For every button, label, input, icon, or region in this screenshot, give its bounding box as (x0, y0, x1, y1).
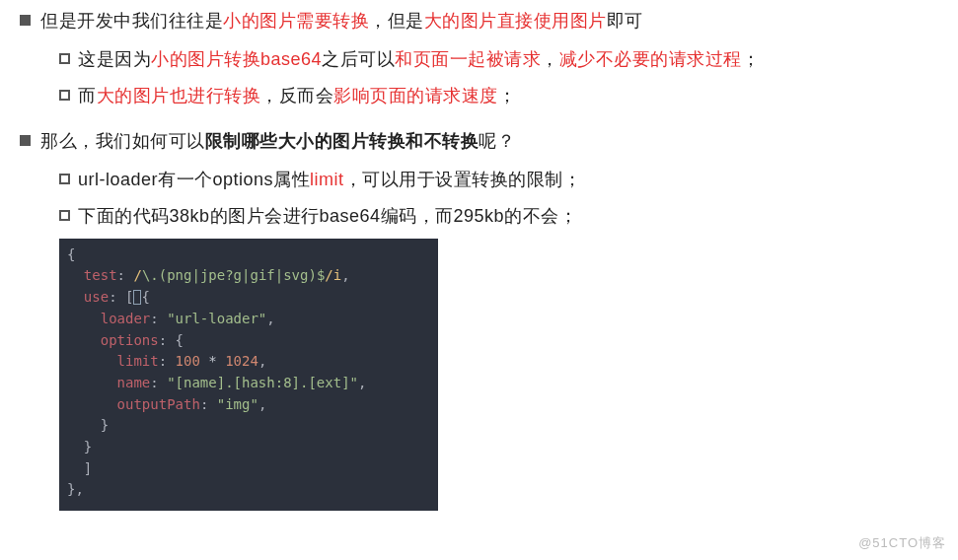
bullet-dev-convert: 但是开发中我们往往是小的图片需要转换，但是大的图片直接使用图片即可 (20, 7, 958, 35)
t: ； (742, 49, 761, 69)
key-test: test (84, 267, 117, 283)
regex-close: /i (325, 267, 341, 283)
colon: : (109, 289, 125, 305)
bullet-marker-l2 (59, 210, 70, 221)
bullet-marker-l1 (20, 135, 31, 146)
t-red: 大的图片直接使用图片 (424, 11, 607, 31)
t: 之后可以 (322, 49, 395, 69)
str-name: "[name].[hash:8].[ext]" (167, 375, 358, 390)
t: 呢？ (479, 131, 515, 151)
t: ， (541, 49, 559, 69)
bullet-how-limit: 那么，我们如何可以限制哪些大小的图片转换和不转换呢？ (20, 127, 958, 156)
key-name: name (117, 375, 151, 390)
colon: : (200, 396, 217, 412)
t: 即可 (607, 11, 643, 31)
key-options: options (101, 332, 159, 348)
t: 那么，我们如何可以 (40, 131, 205, 151)
t: ，可以用于设置转换的限制； (344, 170, 582, 189)
brace: { (141, 289, 149, 305)
bullet-text: 这是因为小的图片转换base64之后可以和页面一起被请求，减少不必要的请求过程； (78, 45, 760, 74)
brace: } (101, 417, 109, 433)
sub-bullet-small-img: 这是因为小的图片转换base64之后可以和页面一起被请求，减少不必要的请求过程； (59, 45, 958, 74)
bullet-marker-l2 (59, 90, 70, 101)
str-loader: "url-loader" (167, 311, 266, 326)
bracket: ] (84, 460, 92, 476)
colon: : (150, 375, 167, 390)
comma: , (75, 481, 83, 497)
comma: , (258, 396, 266, 412)
bracket: [ (125, 289, 133, 305)
colon: : (150, 311, 167, 326)
colon: : (159, 332, 176, 348)
comma: , (341, 267, 349, 283)
t-red: 和页面一起被请求 (395, 49, 541, 69)
bullet-marker-l2 (59, 53, 70, 64)
key-use: use (84, 289, 109, 305)
str-outputpath: "img" (217, 396, 258, 412)
t: 下面的代码38kb的图片会进行base64编码，而295kb的不会； (78, 206, 577, 226)
num-100: 100 (176, 353, 200, 369)
brace: { (67, 246, 75, 262)
key-loader: loader (101, 311, 151, 326)
t: ，但是 (369, 11, 424, 31)
sub-bullet-big-img: 而大的图片也进行转换，反而会影响页面的请求速度； (59, 82, 958, 110)
t-red: 大的图片也进行转换 (97, 86, 261, 105)
t-red: 减少不必要的请求过程 (559, 49, 742, 69)
brace: } (84, 439, 92, 455)
brace: { (176, 332, 184, 348)
t: 这是因为 (78, 49, 151, 69)
t-red: 影响页面的请求速度 (333, 86, 498, 105)
colon: : (117, 267, 134, 283)
t-bold: 限制哪些大小的图片转换和不转换 (205, 131, 479, 151)
bullet-marker-l2 (59, 174, 70, 184)
num-1024: 1024 (225, 353, 258, 369)
t: url-loader有一个options属性 (78, 170, 310, 189)
regex-open: / (133, 267, 141, 283)
sub-bullet-code-desc: 下面的代码38kb的图片会进行base64编码，而295kb的不会； (59, 202, 958, 231)
colon: : (159, 353, 176, 369)
comma: , (266, 311, 274, 326)
comma: , (258, 353, 266, 369)
t: 但是开发中我们往往是 (40, 11, 223, 31)
watermark: @51CTO博客 (858, 533, 946, 554)
t-red: 小的图片需要转换 (223, 11, 369, 31)
t: ，反而会 (260, 86, 333, 105)
key-limit: limit (117, 353, 159, 369)
t: 而 (78, 86, 97, 105)
comma: , (358, 375, 366, 390)
bullet-text: url-loader有一个options属性limit，可以用于设置转换的限制； (78, 166, 581, 194)
bullet-text: 那么，我们如何可以限制哪些大小的图片转换和不转换呢？ (40, 127, 515, 156)
t: ； (498, 86, 517, 105)
code-block-webpack-config: { test: /\.(png|jpe?g|gif|svg)$/i, use: … (59, 239, 438, 511)
t-red: limit (310, 170, 344, 189)
sub-bullet-limit-prop: url-loader有一个options属性limit，可以用于设置转换的限制； (59, 166, 958, 194)
bullet-marker-l1 (20, 15, 31, 26)
bullet-text: 下面的代码38kb的图片会进行base64编码，而295kb的不会； (78, 202, 577, 231)
regex-body: \.(png|jpe?g|gif|svg)$ (142, 267, 325, 283)
op-mul: * (200, 353, 225, 369)
key-outputpath: outputPath (117, 396, 200, 412)
bullet-text: 而大的图片也进行转换，反而会影响页面的请求速度； (78, 82, 516, 110)
t-red: 小的图片转换base64 (151, 49, 322, 69)
bullet-text: 但是开发中我们往往是小的图片需要转换，但是大的图片直接使用图片即可 (40, 7, 643, 35)
